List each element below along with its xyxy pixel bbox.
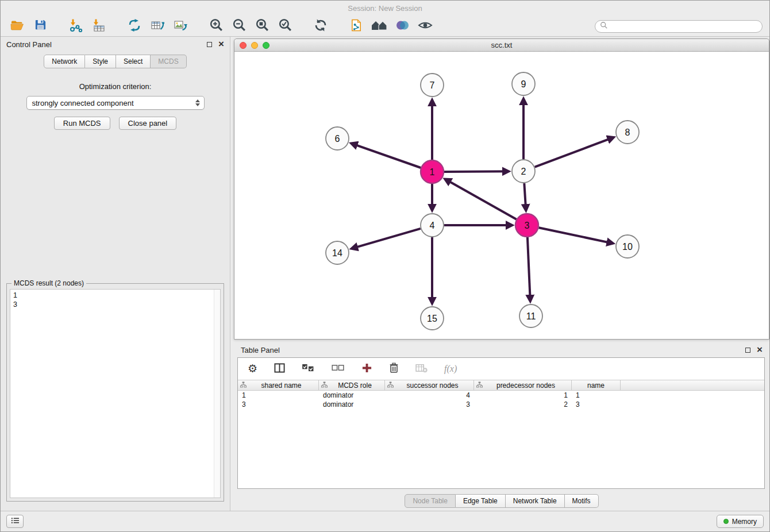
tab-motifs[interactable]: Motifs (565, 494, 599, 508)
graph-edge-4-14[interactable] (352, 229, 421, 249)
mcds-result-title: MCDS result (2 nodes) (11, 279, 86, 287)
network-canvas[interactable]: 7968124314101511 (234, 52, 769, 339)
column-header-shared-name[interactable]: shared name (238, 380, 319, 390)
table-panel-tabs: Node Table Edge Table Network Table Moti… (234, 494, 769, 508)
cell-successor-nodes[interactable]: 4 (385, 391, 474, 400)
cell-name[interactable]: 1 (572, 391, 621, 400)
graph-edge-3-10[interactable] (539, 228, 613, 243)
maximize-window-icon[interactable] (263, 42, 270, 49)
import-network-icon (69, 18, 83, 34)
new-network-table-button[interactable] (148, 18, 167, 35)
cell-mcds-role[interactable]: dominator (319, 400, 385, 409)
search-field[interactable] (595, 20, 763, 33)
graph-node-14[interactable]: 14 (326, 241, 349, 264)
zoom-in-button[interactable] (206, 18, 226, 35)
show-hide-graphics-button[interactable] (415, 18, 435, 35)
result-scrollbar[interactable] (214, 290, 220, 498)
graph-node-4[interactable]: 4 (421, 214, 444, 237)
create-column-button[interactable] (361, 363, 372, 376)
zoom-out-button[interactable] (229, 18, 249, 35)
minimize-window-icon[interactable] (251, 42, 258, 49)
graph-edge-1-6[interactable] (352, 144, 421, 168)
tab-style[interactable]: Style (85, 55, 116, 68)
open-session-button[interactable] (7, 18, 27, 35)
graph-edge-3-1[interactable] (445, 179, 517, 219)
memory-button[interactable]: Memory (717, 515, 764, 528)
tab-network[interactable]: Network (44, 55, 85, 68)
delete-table-button[interactable] (415, 363, 428, 375)
graph-node-8[interactable]: 8 (616, 121, 639, 144)
window-title: Session: New Session (348, 4, 422, 13)
mcds-result-line: 1 (13, 291, 217, 300)
function-builder-button[interactable]: f(x) (444, 364, 457, 374)
graph-node-3[interactable]: 3 (515, 214, 538, 237)
graph-node-1[interactable]: 1 (421, 160, 444, 183)
graph-node-7[interactable]: 7 (421, 74, 444, 97)
graph-node-15[interactable]: 15 (421, 307, 444, 330)
column-header-successor-nodes[interactable]: successor nodes (385, 380, 474, 390)
tab-mcds[interactable]: MCDS (151, 55, 186, 68)
run-mcds-button[interactable]: Run MCDS (54, 117, 110, 130)
cell-predecessor-nodes[interactable]: 1 (474, 391, 572, 400)
zoom-fit-button[interactable] (252, 18, 272, 35)
float-panel-icon[interactable] (207, 42, 212, 47)
network-overview-button[interactable] (369, 18, 389, 35)
document-network-icon (350, 18, 363, 34)
table-settings-button[interactable]: ⚙ (248, 363, 257, 375)
graph-edge-1-2[interactable] (444, 171, 509, 172)
table-arrow-icon (151, 18, 164, 34)
float-panel-icon[interactable] (745, 348, 750, 353)
refresh-layout-button[interactable] (311, 18, 330, 35)
column-header-mcds-role[interactable]: MCDS role (319, 380, 385, 390)
delete-columns-button[interactable] (389, 362, 399, 376)
graph-edge-2-8[interactable] (535, 137, 614, 167)
show-columns-button[interactable] (274, 363, 285, 376)
workspace-area: scc.txt 7968124314101511 Table Panel × (234, 37, 769, 511)
tab-edge-table[interactable]: Edge Table (456, 494, 506, 508)
close-panel-icon[interactable]: × (218, 41, 224, 48)
network-graph: 7968124314101511 (234, 52, 769, 339)
apply-style-button[interactable] (392, 18, 412, 35)
graph-node-6[interactable]: 6 (326, 127, 349, 150)
graph-edge-2-3[interactable] (524, 183, 526, 210)
graph-node-11[interactable]: 11 (519, 304, 542, 327)
tab-select[interactable]: Select (116, 55, 151, 68)
tab-network-table[interactable]: Network Table (506, 494, 565, 508)
folder-open-icon (10, 18, 25, 34)
graph-node-10[interactable]: 10 (616, 235, 639, 258)
close-panel-icon[interactable]: × (757, 346, 763, 353)
table-row[interactable]: 1 dominator 4 1 1 (238, 391, 764, 400)
import-network-file-button[interactable] (66, 18, 86, 35)
search-input[interactable] (611, 22, 757, 30)
clone-network-button[interactable] (346, 18, 366, 35)
mcds-result-list[interactable]: 1 3 (10, 289, 221, 498)
unselect-all-columns-button[interactable] (332, 364, 345, 375)
tab-node-table[interactable]: Node Table (405, 494, 456, 508)
column-header-name[interactable]: name (572, 380, 621, 390)
table-header-filler (621, 380, 764, 390)
graph-edge-3-11[interactable] (528, 237, 530, 301)
import-table-file-button[interactable] (89, 18, 109, 35)
trash-icon (389, 365, 399, 375)
task-history-button[interactable] (6, 515, 24, 528)
cell-shared-name[interactable]: 1 (238, 391, 319, 400)
save-session-button[interactable] (30, 18, 50, 35)
criterion-dropdown[interactable]: strongly connected component (26, 96, 205, 110)
zoom-fit-icon (255, 18, 270, 34)
close-panel-button[interactable]: Close panel (119, 117, 177, 130)
cell-name[interactable]: 3 (572, 400, 621, 409)
cell-predecessor-nodes[interactable]: 2 (474, 400, 572, 409)
graph-node-2[interactable]: 2 (512, 160, 535, 183)
close-window-icon[interactable] (240, 42, 247, 49)
zoom-selected-button[interactable] (275, 18, 295, 35)
cell-mcds-role[interactable]: dominator (319, 391, 385, 400)
export-image-button[interactable] (171, 18, 190, 35)
graph-node-9[interactable]: 9 (512, 72, 535, 95)
cell-successor-nodes[interactable]: 3 (385, 400, 474, 409)
new-network-button[interactable] (125, 18, 144, 35)
column-header-predecessor-nodes[interactable]: predecessor nodes (474, 380, 572, 390)
table-row[interactable]: 3 dominator 3 2 3 (238, 400, 764, 409)
plus-icon (361, 365, 372, 375)
cell-shared-name[interactable]: 3 (238, 400, 319, 409)
select-all-columns-button[interactable] (302, 364, 315, 375)
